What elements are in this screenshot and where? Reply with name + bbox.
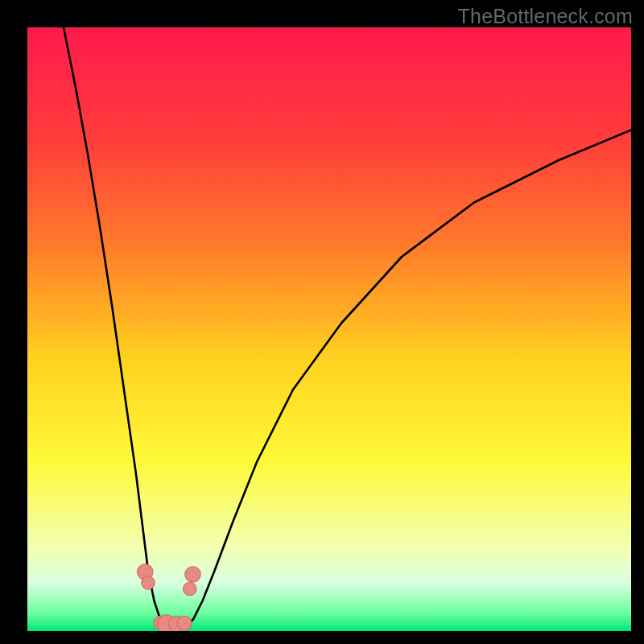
highlight-markers xyxy=(138,564,201,631)
marker-point xyxy=(185,567,201,583)
marker-point xyxy=(142,576,155,590)
watermark-text: TheBottleneck.com xyxy=(458,5,633,28)
marker-point xyxy=(184,582,197,596)
bottleneck-curve xyxy=(64,27,631,630)
chart-frame: TheBottleneck.com xyxy=(0,0,644,644)
plot-area xyxy=(27,27,631,631)
marker-point xyxy=(177,616,192,630)
curve-layer xyxy=(27,27,631,631)
